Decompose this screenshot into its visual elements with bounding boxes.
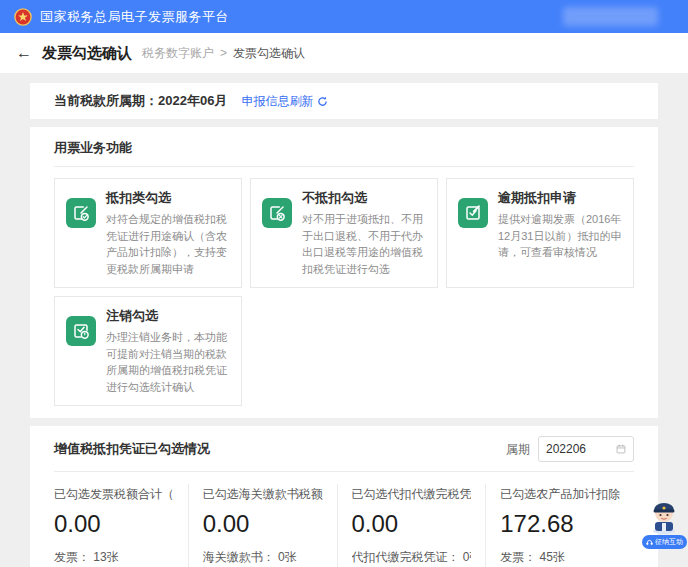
- assistant-label: 征纳互动: [655, 537, 683, 547]
- stat-value: 0.00: [352, 510, 472, 538]
- stat-value: 0.00: [54, 510, 174, 538]
- breadcrumb-root[interactable]: 税务数字账户: [142, 45, 214, 62]
- page-title: 发票勾选确认: [42, 44, 132, 63]
- card-deduction-check[interactable]: 抵扣类勾选 对符合规定的增值税扣税凭证进行用途确认（含农产品加计扣除），支持变更…: [54, 178, 242, 288]
- period-input-box[interactable]: [538, 436, 634, 462]
- app-header: 国家税务总局电子发票服务平台: [0, 0, 688, 33]
- stat-value: 172.68: [500, 510, 620, 538]
- period-input[interactable]: [546, 442, 612, 456]
- card-body: 注销勾选 办理注销业务时，本功能可提前对注销当期的税款所属期的增值税扣税凭证进行…: [106, 307, 230, 395]
- current-period-label: 当前税款所属期：2022年06月: [54, 92, 227, 110]
- summary-title: 增值税抵扣凭证已勾选情况: [54, 440, 210, 458]
- stat-value: 0.00: [203, 510, 323, 538]
- stat-label: 已勾选发票税额合计（元）: [54, 486, 174, 503]
- back-arrow-icon[interactable]: ←: [16, 45, 32, 61]
- assistant-widget[interactable]: 征纳互动: [642, 498, 686, 550]
- card-desc: 对不用于进项抵扣、不用于出口退税、不用于代办出口退税等用途的增值税扣税凭证进行勾…: [302, 211, 426, 277]
- stat-agri-deduction-tax: 已勾选农产品加计扣除税额合计（... 172.68 发票： 45张 海关缴款书：…: [485, 484, 634, 567]
- overdue-apply-icon: [458, 198, 488, 228]
- stat-line: 代扣代缴完税凭证： 0张: [352, 549, 472, 566]
- stat-line: 发票： 13张: [54, 549, 174, 566]
- no-deduction-icon: [262, 198, 292, 228]
- card-body: 逾期抵扣申请 提供对逾期发票（2016年12月31日以前）抵扣的申请，可查看审核…: [498, 189, 622, 277]
- card-no-deduction-check[interactable]: 不抵扣勾选 对不用于进项抵扣、不用于出口退税、不用于代办出口退税等用途的增值税扣…: [250, 178, 438, 288]
- current-period-panel: 当前税款所属期：2022年06月 申报信息刷新: [30, 83, 658, 119]
- functions-panel-title: 用票业务功能: [54, 139, 634, 167]
- summary-period-picker: 属期: [506, 436, 634, 462]
- period-label: 属期: [506, 441, 530, 458]
- card-desc: 对符合规定的增值税扣税凭证进行用途确认（含农产品加计扣除），支持变更税款所属期申…: [106, 211, 230, 277]
- declaration-refresh-link[interactable]: 申报信息刷新: [241, 93, 328, 110]
- card-title: 注销勾选: [106, 307, 230, 325]
- card-title: 不抵扣勾选: [302, 189, 426, 207]
- headset-icon: [646, 539, 653, 546]
- main-content: 当前税款所属期：2022年06月 申报信息刷新 用票业务功能: [0, 73, 688, 567]
- stat-customs-tax: 已勾选海关缴款书税额合计（元） 0.00 海关缴款书： 0张 -: [188, 484, 337, 567]
- deduction-check-icon: [66, 198, 96, 228]
- refresh-icon: [317, 96, 328, 107]
- breadcrumb-current: 发票勾选确认: [233, 45, 305, 62]
- summary-stats: 已勾选发票税额合计（元） 0.00 发票： 13张 - 已勾选海关缴款书税额合计…: [54, 472, 634, 567]
- refresh-link-label: 申报信息刷新: [241, 93, 313, 110]
- functions-panel: 用票业务功能 抵扣类勾选 对符合规定的增值税扣税凭证进行用途确认（含农产品加计扣…: [30, 127, 658, 418]
- national-emblem-logo: [14, 8, 32, 26]
- function-cards: 抵扣类勾选 对符合规定的增值税扣税凭证进行用途确认（含农产品加计扣除），支持变更…: [54, 178, 634, 406]
- stat-withholding-tax: 已勾选代扣代缴完税凭证税额合计... 0.00 代扣代缴完税凭证： 0张 -: [337, 484, 486, 567]
- breadcrumb-separator: >: [220, 46, 227, 60]
- card-title: 抵扣类勾选: [106, 189, 230, 207]
- summary-panel: 增值税抵扣凭证已勾选情况 属期 已勾选发票税额合计（元） 0.00 发票： 13…: [30, 426, 658, 567]
- card-cancellation-check[interactable]: 注销勾选 办理注销业务时，本功能可提前对注销当期的税款所属期的增值税扣税凭证进行…: [54, 296, 242, 406]
- calendar-icon[interactable]: [616, 443, 626, 455]
- card-body: 抵扣类勾选 对符合规定的增值税扣税凭证进行用途确认（含农产品加计扣除），支持变更…: [106, 189, 230, 277]
- mascot-officer-icon: [645, 498, 683, 534]
- stat-label: 已勾选代扣代缴完税凭证税额合计...: [352, 486, 472, 503]
- stat-line: 发票： 45张: [500, 549, 620, 566]
- app-title: 国家税务总局电子发票服务平台: [40, 8, 229, 26]
- breadcrumb: 税务数字账户 > 发票勾选确认: [142, 45, 305, 62]
- summary-header: 增值税抵扣凭证已勾选情况 属期: [54, 436, 634, 472]
- card-body: 不抵扣勾选 对不用于进项抵扣、不用于出口退税、不用于代办出口退税等用途的增值税扣…: [302, 189, 426, 277]
- card-title: 逾期抵扣申请: [498, 189, 622, 207]
- stat-line: 海关缴款书： 0张: [203, 549, 323, 566]
- stat-label: 已勾选农产品加计扣除税额合计（...: [500, 486, 620, 503]
- card-desc: 提供对逾期发票（2016年12月31日以前）抵扣的申请，可查看审核情况: [498, 211, 622, 261]
- assistant-pill[interactable]: 征纳互动: [642, 535, 687, 549]
- stat-label: 已勾选海关缴款书税额合计（元）: [203, 486, 323, 503]
- card-desc: 办理注销业务时，本功能可提前对注销当期的税款所属期的增值税扣税凭证进行勾选统计确…: [106, 329, 230, 395]
- stat-invoice-tax: 已勾选发票税额合计（元） 0.00 发票： 13张 -: [54, 484, 188, 567]
- user-info-redacted[interactable]: [563, 7, 658, 26]
- cancellation-check-icon: [66, 316, 96, 346]
- card-overdue-deduction-apply[interactable]: 逾期抵扣申请 提供对逾期发票（2016年12月31日以前）抵扣的申请，可查看审核…: [446, 178, 634, 288]
- breadcrumb-bar: ← 发票勾选确认 税务数字账户 > 发票勾选确认: [0, 33, 688, 73]
